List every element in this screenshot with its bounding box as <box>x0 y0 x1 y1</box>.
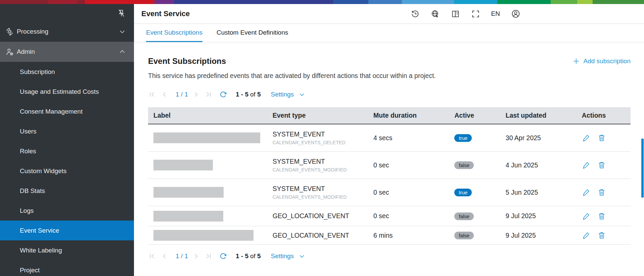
active-badge: true <box>454 189 472 196</box>
first-page-button[interactable] <box>148 90 156 98</box>
fullscreen-icon[interactable] <box>471 9 480 18</box>
active-badge: true <box>454 134 472 142</box>
mute-duration: 0 sec <box>373 161 454 169</box>
last-updated: 4 Jun 2025 <box>506 161 582 169</box>
account-icon[interactable] <box>511 9 520 18</box>
tab-event-subscriptions[interactable]: Event Subscriptions <box>146 24 202 42</box>
edit-button[interactable] <box>582 231 591 240</box>
chevron-up-icon <box>119 48 126 55</box>
topbar: Event Service ? <box>134 4 644 24</box>
content: Event Subscriptions Add subscription Thi… <box>134 42 644 263</box>
last-page-button[interactable] <box>204 252 213 260</box>
chevron-down-icon <box>119 28 126 35</box>
mute-duration: 0 sec <box>373 212 454 220</box>
processing-icon <box>5 27 14 36</box>
mute-duration: 6 mins <box>373 232 454 239</box>
plus-icon <box>572 57 580 65</box>
sidebar-item-logs[interactable]: Logs <box>0 201 134 221</box>
last-page-button[interactable] <box>204 90 213 98</box>
previous-page-button[interactable] <box>160 90 169 98</box>
tab-custom-event-definitions[interactable]: Custom Event Definitions <box>217 24 288 42</box>
column-header-event-type: Event type <box>273 112 373 119</box>
sidebar-item-roles[interactable]: Roles <box>0 141 134 161</box>
event-subtype: CALENDAR_EVENTS_DELETED <box>273 140 373 145</box>
subscriptions-table: Label Event type Mute duration Active La… <box>148 107 631 245</box>
table-row: GEO_LOCATION_EVENT 6 mins false 9 Jul 20… <box>148 226 631 245</box>
active-badge: false <box>454 161 474 169</box>
event-type: SYSTEM_EVENT <box>273 130 373 138</box>
svg-text:?: ? <box>456 11 458 15</box>
table-header: Label Event type Mute duration Active La… <box>148 107 631 124</box>
sidebar-item-event-service[interactable]: Event Service <box>0 221 134 240</box>
edit-button[interactable] <box>582 161 591 169</box>
delete-button[interactable] <box>597 161 606 169</box>
settings-button[interactable]: Settings <box>271 252 305 260</box>
sidebar-item-label: Processing <box>17 28 119 35</box>
pagination-bottom: 1 / 1 1 - 5of5 Settings <box>148 249 631 263</box>
last-updated: 9 Jul 2025 <box>506 232 582 239</box>
sidebar-item-admin[interactable]: Admin <box>0 42 134 62</box>
event-type: GEO_LOCATION_EVENT <box>273 232 373 239</box>
next-page-button[interactable] <box>192 252 200 260</box>
event-subtype: CALENDAR_EVENTS_MODIFIED <box>273 167 373 172</box>
redacted-label <box>153 160 213 170</box>
redacted-label <box>153 230 254 241</box>
section-heading: Event Subscriptions <box>148 56 226 66</box>
sidebar: Processing Admin Subscription Usage an <box>0 4 134 276</box>
history-icon[interactable] <box>411 9 420 18</box>
sidebar-item-custom-widgets[interactable]: Custom Widgets <box>0 161 134 181</box>
edit-button[interactable] <box>582 133 591 142</box>
edit-button[interactable] <box>582 188 591 197</box>
redacted-label <box>153 187 224 198</box>
pin-off-icon[interactable] <box>117 9 126 18</box>
refresh-icon[interactable] <box>219 90 227 99</box>
settings-button[interactable]: Settings <box>271 91 305 98</box>
column-header-active: Active <box>454 112 505 119</box>
sidebar-item-usage-and-estimated-costs[interactable]: Usage and Estimated Costs <box>0 82 134 102</box>
redacted-label <box>153 132 260 143</box>
sidebar-pin-row <box>0 4 134 22</box>
sidebar-item-project[interactable]: Project <box>0 260 134 276</box>
page-indicator: 1 / 1 <box>176 91 188 98</box>
table-row: SYSTEM_EVENT CALENDAR_EVENTS_MODIFIED 0 … <box>148 152 631 179</box>
delete-button[interactable] <box>597 231 606 240</box>
chevron-down-icon <box>298 253 305 260</box>
pagination-top: 1 / 1 1 - 5of5 Settings <box>148 88 631 101</box>
last-updated: 9 Jul 2025 <box>506 212 582 220</box>
last-updated: 30 Apr 2025 <box>506 134 582 142</box>
sidebar-item-processing[interactable]: Processing <box>0 22 134 42</box>
sidebar-item-consent-management[interactable]: Consent Management <box>0 102 134 121</box>
redacted-label <box>153 211 223 222</box>
column-header-mute-duration: Mute duration <box>373 112 454 119</box>
chevron-down-icon <box>298 91 305 98</box>
table-row: GEO_LOCATION_EVENT 0 sec false 9 Jul 202… <box>148 206 631 226</box>
previous-page-button[interactable] <box>160 252 169 260</box>
column-header-last-updated: Last updated <box>506 112 582 119</box>
event-type: SYSTEM_EVENT <box>273 158 373 165</box>
refresh-icon[interactable] <box>219 252 227 261</box>
first-page-button[interactable] <box>148 252 156 260</box>
event-subtype: CALENDAR_EVENTS_MODIFIED <box>273 194 373 200</box>
column-header-actions: Actions <box>582 112 631 119</box>
admin-subnav: Subscription Usage and Estimated Costs C… <box>0 62 134 276</box>
help-book-icon[interactable]: ? <box>451 9 460 18</box>
delete-button[interactable] <box>597 133 606 142</box>
admin-icon <box>5 47 14 56</box>
edit-button[interactable] <box>582 212 591 221</box>
add-subscription-button[interactable]: Add subscription <box>572 57 631 65</box>
sidebar-item-db-stats[interactable]: DB Stats <box>0 181 134 201</box>
sidebar-item-white-labeling[interactable]: White Labeling <box>0 240 134 260</box>
sidebar-item-users[interactable]: Users <box>0 121 134 141</box>
delete-button[interactable] <box>597 188 606 197</box>
page-indicator: 1 / 1 <box>176 252 188 260</box>
section-description: This service has predefined events that … <box>148 72 631 80</box>
globe-language-icon[interactable] <box>431 9 440 18</box>
scrollbar[interactable] <box>641 139 644 198</box>
table-row: SYSTEM_EVENT CALENDAR_EVENTS_MODIFIED 0 … <box>148 179 631 206</box>
delete-button[interactable] <box>597 212 606 221</box>
table-row: SYSTEM_EVENT CALENDAR_EVENTS_DELETED 4 s… <box>148 124 631 152</box>
language-selector[interactable]: EN <box>491 10 500 17</box>
next-page-button[interactable] <box>192 90 200 98</box>
sidebar-item-subscription[interactable]: Subscription <box>0 62 134 82</box>
active-badge: false <box>454 212 474 220</box>
